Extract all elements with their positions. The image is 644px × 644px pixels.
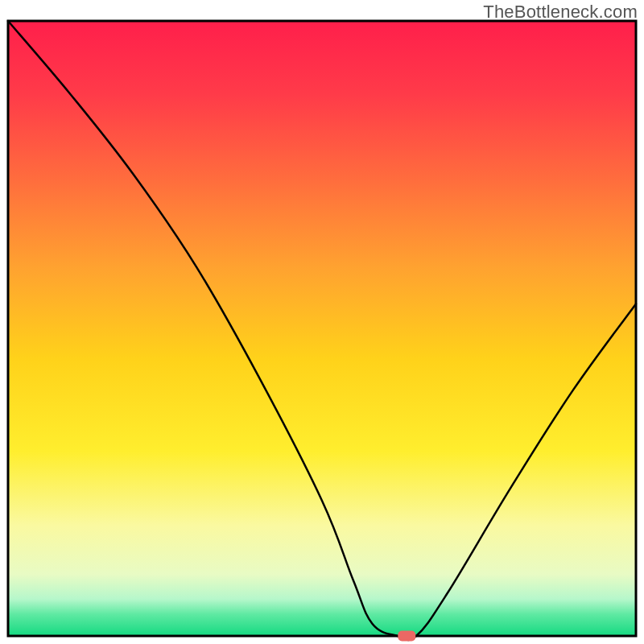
watermark-label: TheBottleneck.com [483, 2, 638, 23]
chart-container: TheBottleneck.com [0, 0, 644, 644]
plot-background [8, 21, 636, 636]
optimal-marker [398, 631, 415, 642]
bottleneck-chart [0, 0, 644, 644]
